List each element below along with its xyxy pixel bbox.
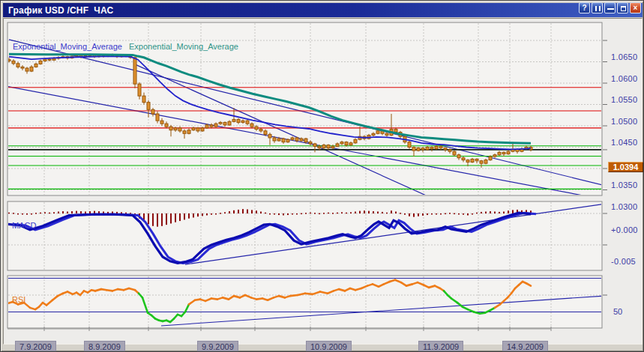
chart-canvas[interactable] — [4, 19, 643, 345]
window-title: График USD /CHF ЧАС — [3, 5, 113, 16]
close-icon: × — [634, 4, 638, 12]
titlebar-buttons: ? × — [579, 2, 641, 13]
minimize-button[interactable] — [604, 2, 616, 13]
help-button[interactable]: ? — [579, 2, 590, 13]
restore-button[interactable] — [617, 2, 628, 13]
main-pane — [7, 22, 602, 195]
close-button[interactable]: × — [630, 2, 641, 13]
title-bar[interactable]: График USD /CHF ЧАС — [3, 3, 643, 17]
chart-client-area: Exponential_Moving_Average Exponential_M… — [3, 18, 643, 345]
pause-icon — [595, 6, 601, 11]
restore-icon — [621, 6, 626, 11]
chart-window: График USD /CHF ЧАС ? × Exponential_Movi… — [0, 0, 644, 352]
minimize-icon — [607, 8, 614, 10]
help-icon: ? — [582, 4, 586, 12]
pause-button[interactable] — [592, 2, 603, 13]
